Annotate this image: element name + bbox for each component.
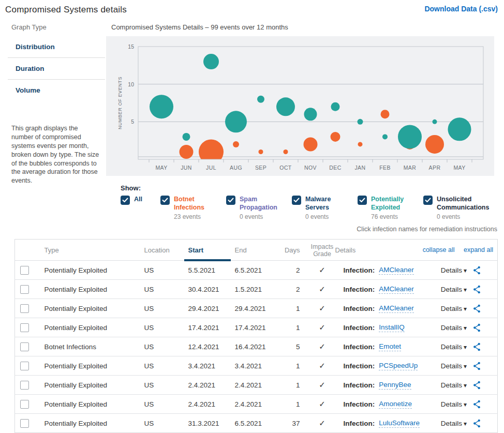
row-checkbox[interactable] (20, 381, 29, 390)
sidebar-item-duration[interactable]: Duration (8, 58, 105, 80)
col-end[interactable]: End (235, 240, 283, 261)
row-checkbox[interactable] (20, 362, 29, 370)
show-label: Show: (121, 184, 499, 192)
svg-text:JUL: JUL (206, 165, 216, 171)
event-end: 6.5.2021 (235, 414, 283, 433)
filter-checkbox[interactable] (423, 196, 433, 205)
details-toggle[interactable]: Details▾ (441, 324, 467, 332)
filter-checkbox[interactable] (121, 196, 130, 205)
table-row: Potentially ExploitedUS30.4.20211.5.2021… (15, 280, 498, 299)
filter-botnet-infections[interactable]: Botnet Infections23 events (160, 195, 226, 220)
download-csv-link[interactable]: Download Data (.csv) (424, 5, 498, 13)
event-type: Potentially Exploited (45, 318, 144, 337)
infection-link[interactable]: PCSpeedUp (379, 362, 418, 370)
svg-text:JAN: JAN (354, 165, 365, 171)
details-toggle[interactable]: Details▾ (441, 381, 467, 389)
details-toggle[interactable]: Details▾ (441, 305, 467, 312)
checkmark-icon (162, 198, 168, 203)
share-icon[interactable] (473, 342, 481, 351)
col-days[interactable]: Days (283, 240, 309, 261)
row-checkbox[interactable] (20, 419, 29, 428)
row-checkbox[interactable] (20, 400, 29, 409)
svg-text:MAR: MAR (404, 165, 417, 171)
filter-malware-servers[interactable]: Malware Servers0 events (292, 195, 358, 220)
share-icon[interactable] (473, 266, 481, 275)
collapse-all-link[interactable]: collapse all (423, 246, 455, 253)
table-row: Potentially ExploitedUS2.4.20212.4.20211… (15, 395, 498, 414)
event-start: 5.5.2021 (188, 261, 235, 280)
svg-text:NUMBER OF EVENTS: NUMBER OF EVENTS (117, 77, 123, 129)
infection-link[interactable]: PennyBee (379, 381, 411, 390)
checkmark-icon (293, 198, 300, 203)
bubble-chart: 51015NUMBER OF EVENTSMAYJUNJULAUGSEPOCTN… (106, 36, 494, 176)
row-checkbox[interactable] (20, 342, 29, 351)
infection-label: Infection: (344, 400, 375, 408)
filter-row: AllBotnet Infections23 eventsSpam Propag… (121, 195, 499, 220)
details-toggle[interactable]: Details▾ (441, 343, 467, 351)
svg-text:MAY: MAY (453, 165, 465, 171)
expand-all-link[interactable]: expand all (464, 246, 493, 253)
filter-label: Potentially Exploited (371, 195, 419, 212)
sidebar-item-volume[interactable]: Volume (8, 80, 105, 101)
row-checkbox[interactable] (20, 304, 29, 313)
share-icon[interactable] (473, 381, 481, 390)
filter-spam-propagation[interactable]: Spam Propagation0 events (226, 195, 292, 220)
infection-link[interactable]: Emotet (379, 342, 401, 351)
filter-checkbox[interactable] (226, 196, 235, 205)
details-toggle[interactable]: Details▾ (441, 362, 467, 370)
col-start-sorted[interactable]: Start (188, 240, 235, 261)
row-checkbox[interactable] (20, 266, 29, 275)
event-days: 1 (283, 299, 309, 318)
infection-link[interactable]: AMCleaner (379, 285, 414, 294)
chart-title: Compromised Systems Details – 99 events … (111, 23, 499, 31)
impacts-grade-check-icon: ✓ (319, 419, 325, 427)
share-icon[interactable] (473, 400, 481, 409)
col-location[interactable]: Location (144, 240, 188, 261)
row-checkbox[interactable] (20, 285, 29, 294)
filter-unsolicited-communications[interactable]: Unsolicited Communications0 events (423, 195, 489, 220)
graph-description: This graph displays the number of compro… (11, 124, 100, 185)
filter-potentially-exploited[interactable]: Potentially Exploited76 events (358, 195, 423, 220)
svg-text:FEB: FEB (379, 165, 391, 171)
svg-text:NOV: NOV (304, 165, 317, 171)
col-type[interactable]: Type (45, 240, 144, 261)
details-toggle[interactable]: Details▾ (441, 266, 467, 274)
svg-text:OCT: OCT (279, 165, 292, 171)
details-toggle[interactable]: Details▾ (441, 420, 467, 427)
filter-checkbox[interactable] (160, 196, 170, 205)
event-start: 12.4.2021 (188, 337, 235, 356)
event-location: US (144, 318, 188, 337)
row-checkbox[interactable] (20, 323, 29, 332)
infection-link[interactable]: AMCleaner (379, 266, 414, 275)
filter-count: 76 events (371, 213, 419, 220)
infection-label: Infection: (344, 381, 375, 389)
filter-label: Spam Propagation (240, 195, 287, 212)
col-impacts-grade[interactable]: Impacts Grade (309, 240, 335, 261)
table-row: Botnet InfectionsUS12.4.202116.4.20215✓I… (15, 337, 498, 356)
filter-checkbox[interactable] (292, 196, 301, 205)
event-location: US (144, 337, 188, 356)
event-type: Potentially Exploited (45, 280, 144, 299)
share-icon[interactable] (473, 304, 481, 313)
bubble-chart-panel: 51015NUMBER OF EVENTSMAYJUNJULAUGSEPOCTN… (106, 36, 494, 176)
event-location: US (144, 261, 188, 280)
infection-link[interactable]: InstallIQ (379, 323, 405, 332)
infection-link[interactable]: LuluSoftware (379, 419, 420, 428)
infection-link[interactable]: Amonetize (379, 400, 412, 409)
details-toggle[interactable]: Details▾ (441, 286, 467, 293)
table-row: Potentially ExploitedUS31.3.20216.5.2021… (15, 414, 498, 433)
share-icon[interactable] (473, 362, 481, 370)
event-type: Potentially Exploited (45, 395, 144, 414)
chevron-down-icon: ▾ (464, 324, 467, 332)
content-area: Graph Type DistributionDurationVolume Th… (0, 18, 504, 233)
checkmark-icon (122, 198, 128, 203)
filter-all[interactable]: All (121, 195, 160, 220)
share-icon[interactable] (473, 419, 481, 428)
sidebar-item-distribution[interactable]: Distribution (8, 36, 105, 58)
filter-checkbox[interactable] (358, 196, 367, 205)
share-icon[interactable] (473, 323, 481, 332)
share-icon[interactable] (473, 285, 481, 294)
infection-link[interactable]: AMCleaner (379, 304, 414, 313)
details-toggle[interactable]: Details▾ (441, 400, 467, 408)
event-end: 6.5.2021 (235, 261, 283, 280)
